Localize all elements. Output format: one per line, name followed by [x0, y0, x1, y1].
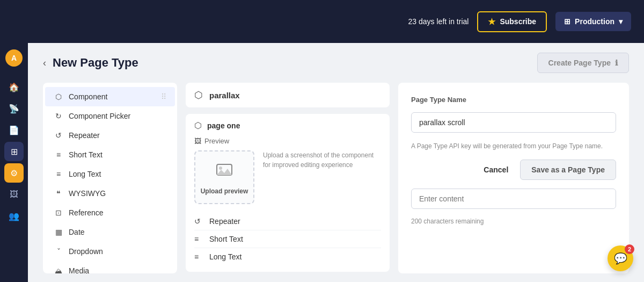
nav-icons: 🏠 📡 📄 ⊞ ⚙ 🖼 👥 — [4, 77, 24, 226]
component-item-picker[interactable]: ↻ Component Picker — [45, 106, 175, 126]
nav-settings[interactable]: ⚙ — [4, 163, 24, 183]
dropdown-icon: ˅ — [54, 247, 63, 256]
sub-short-text-label: Short Text — [209, 235, 243, 243]
back-button[interactable]: ‹ — [43, 57, 46, 69]
sub-long-text-label: Long Text — [209, 252, 241, 261]
chat-badge: 2 — [625, 244, 634, 254]
component-item-media[interactable]: ⛰ Media — [45, 261, 175, 273]
trial-text: 23 days left in trial — [408, 17, 469, 26]
repeater-label: Repeater — [69, 131, 100, 140]
list-item: ↺ Repeater — [194, 213, 381, 230]
nav-home[interactable]: 🏠 — [4, 77, 24, 97]
left-sidebar: A 🏠 📡 📄 ⊞ ⚙ 🖼 👥 — [0, 43, 28, 282]
long-text-icon: ≡ — [54, 169, 63, 179]
grid-icon: ⊞ — [564, 17, 570, 26]
svg-point-2 — [219, 167, 222, 170]
list-item: ≡ Long Text — [194, 248, 381, 265]
avatar: A — [5, 49, 23, 67]
long-text-label: Long Text — [69, 170, 101, 178]
main-layout: A 🏠 📡 📄 ⊞ ⚙ 🖼 👥 ‹ New Page Type Create P… — [0, 43, 644, 282]
picker-label: Component Picker — [69, 112, 130, 120]
chevron-down-icon: ▾ — [619, 17, 623, 26]
create-page-type-button[interactable]: Create Page Type ℹ — [537, 53, 629, 73]
nav-activity[interactable]: 📡 — [4, 99, 24, 118]
center-panel: ⬡ ⬡ page one 🖼 Preview — [186, 83, 390, 273]
production-button[interactable]: ⊞ Production ▾ — [555, 12, 631, 31]
nav-users[interactable]: 👥 — [4, 206, 24, 226]
upload-preview-box[interactable]: Upload preview — [194, 150, 254, 204]
modal-actions: Cancel Save as a Page Type — [411, 160, 616, 180]
component-item-wysiwyg[interactable]: ❝ WYSIWYG — [45, 184, 175, 203]
sub-repeater-label: Repeater — [209, 217, 240, 226]
sub-long-text-icon: ≡ — [194, 252, 204, 261]
subscribe-label: Subscribe — [500, 17, 536, 26]
reference-label: Reference — [69, 208, 104, 217]
sub-repeater-icon: ↺ — [194, 217, 204, 226]
info-icon: ℹ — [615, 59, 618, 67]
date-icon: ▦ — [54, 227, 63, 237]
component-name-icon: ⬡ — [194, 89, 203, 101]
dropdown-label: Dropdown — [69, 247, 103, 256]
page-header: ‹ New Page Type Create Page Type ℹ — [28, 43, 644, 83]
page-section-title: page one — [207, 121, 240, 130]
short-text-icon: ≡ — [54, 150, 63, 160]
chat-icon: 💬 — [614, 252, 627, 265]
component-icon: ⬡ — [54, 92, 63, 102]
date-label: Date — [69, 228, 85, 236]
picker-icon: ↻ — [54, 111, 63, 121]
page-type-name-label: Page Type Name — [411, 96, 616, 104]
list-item: ≡ Short Text — [194, 230, 381, 248]
cancel-button[interactable]: Cancel — [477, 161, 515, 178]
component-item-dropdown[interactable]: ˅ Dropdown — [45, 242, 175, 261]
wysiwyg-icon: ❝ — [54, 189, 63, 198]
subscribe-button[interactable]: ★ Subscribe — [477, 11, 547, 32]
page-header-left: ‹ New Page Type — [43, 56, 138, 70]
preview-label: 🖼 Preview — [194, 137, 381, 145]
page-type-name-input[interactable] — [411, 112, 616, 133]
preview-text: Preview — [204, 137, 229, 145]
svg-marker-1 — [217, 169, 232, 175]
page-section: ⬡ page one 🖼 Preview — [186, 114, 390, 272]
save-button[interactable]: Save as a Page Type — [520, 160, 616, 180]
create-page-type-label: Create Page Type — [548, 59, 611, 67]
nav-media[interactable]: 🖼 — [4, 185, 24, 204]
api-key-hint: A Page Type API key will be generated fr… — [411, 141, 616, 151]
component-name-row: ⬡ — [186, 83, 390, 107]
component-item-long-text[interactable]: ≡ Long Text — [45, 164, 175, 184]
sub-short-text-icon: ≡ — [194, 235, 204, 243]
component-item-date[interactable]: ▦ Date — [45, 222, 175, 242]
production-label: Production — [575, 17, 614, 26]
component-name-input[interactable] — [209, 91, 381, 100]
preview-hint: Upload a screenshot of the component for… — [263, 150, 381, 170]
media-label: Media — [69, 266, 89, 273]
wysiwyg-label: WYSIWYG — [69, 189, 106, 198]
component-item-component[interactable]: ⬡ Component ⠿ — [45, 87, 175, 106]
drag-icon: ⠿ — [161, 92, 166, 101]
content-input[interactable] — [411, 189, 616, 209]
nav-pages[interactable]: 📄 — [4, 120, 24, 140]
component-item-repeater[interactable]: ↺ Repeater — [45, 126, 175, 145]
media-icon: ⛰ — [54, 266, 63, 273]
component-label: Component — [69, 92, 107, 101]
preview-icon: 🖼 — [194, 137, 201, 145]
reference-icon: ⊡ — [54, 208, 63, 218]
component-list: ⬡ Component ⠿ ↻ Component Picker ↺ Repea… — [43, 83, 177, 273]
char-remaining: 200 characters remaining — [411, 218, 616, 225]
sub-items: ↺ Repeater ≡ Short Text ≡ Long Text — [194, 213, 381, 265]
star-icon: ★ — [488, 17, 495, 27]
content-area: ‹ New Page Type Create Page Type ℹ ⬡ Com… — [28, 43, 644, 282]
right-panel: Page Type Name A Page Type API key will … — [398, 83, 629, 273]
chat-bubble[interactable]: 💬 2 — [608, 245, 633, 271]
page-section-icon: ⬡ — [194, 120, 202, 131]
upload-preview-text: Upload preview — [201, 187, 248, 195]
repeater-icon: ↺ — [54, 131, 63, 140]
upload-icon — [215, 160, 234, 183]
component-item-short-text[interactable]: ≡ Short Text — [45, 145, 175, 164]
short-text-label: Short Text — [69, 150, 103, 159]
component-item-reference[interactable]: ⊡ Reference — [45, 203, 175, 222]
page-title: New Page Type — [53, 56, 138, 70]
nav-components[interactable]: ⊞ — [4, 142, 24, 161]
topbar: 23 days left in trial ★ Subscribe ⊞ Prod… — [0, 0, 644, 43]
main-panel: ⬡ Component ⠿ ↻ Component Picker ↺ Repea… — [28, 83, 644, 282]
preview-box: Upload preview Upload a screenshot of th… — [194, 150, 381, 204]
